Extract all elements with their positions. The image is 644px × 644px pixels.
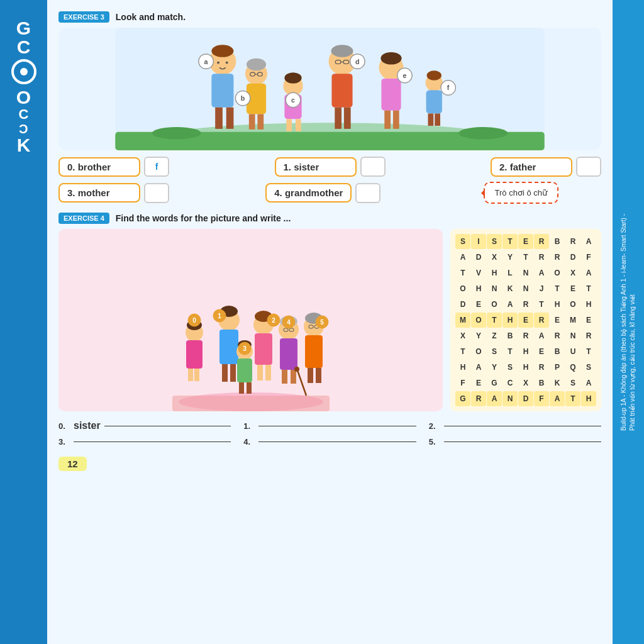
exercise4-instruction: Find the words for the picture and write… (116, 213, 291, 223)
svg-point-28 (284, 72, 301, 84)
page-number-container: 12 (58, 454, 601, 471)
ws-cell: R (534, 360, 549, 375)
ws-cell: A (550, 391, 565, 406)
ws-cell: S (502, 360, 518, 375)
svg-text:d: d (355, 58, 360, 65)
answer-line-1[interactable] (258, 426, 416, 426)
ws-cell: R (534, 313, 549, 328)
ws-cell: B (550, 344, 565, 359)
ws-cell: S (581, 360, 596, 375)
match-answer-brother[interactable]: f (144, 157, 169, 177)
ws-cell: N (565, 328, 580, 343)
svg-rect-98 (305, 335, 323, 368)
svg-rect-16 (249, 114, 255, 129)
speech-bubble-container: Trò chơi ô chữ (484, 182, 558, 204)
svg-rect-50 (428, 114, 434, 126)
exercise3-instruction: Look and match. (116, 12, 186, 22)
exercise3-header: EXERCISE 3 Look and match. (58, 11, 601, 23)
answer-item-1: 1. (243, 420, 416, 432)
logo-g: G (16, 19, 31, 38)
ws-cell: R (518, 328, 533, 343)
ws-cell: O (455, 281, 470, 296)
ws-cell: S (487, 344, 502, 359)
answer-line-2[interactable] (444, 426, 601, 426)
ws-cell: R (518, 297, 533, 312)
ws-cell: O (550, 265, 565, 280)
wordsearch-grid-container: SISTERBRAADXYTRRDFTVHLNAOXAOHNKNJTETDEOA… (450, 229, 601, 411)
match-word-father: 2. father (491, 157, 572, 177)
svg-rect-61 (194, 369, 199, 381)
ws-cell: H (581, 297, 596, 312)
ws-cell: E (471, 297, 486, 312)
logo-k: K (17, 136, 31, 155)
match-answer-sister[interactable] (360, 157, 386, 177)
svg-text:f: f (447, 84, 450, 91)
svg-text:b: b (241, 94, 245, 102)
ws-cell: T (534, 297, 549, 312)
ws-cell: M (565, 313, 580, 328)
ws-cell: V (471, 265, 486, 280)
page-number: 12 (58, 457, 87, 471)
answer-line-5[interactable] (444, 441, 601, 442)
ws-cell: R (534, 234, 549, 249)
right-sidebar: Build-up 1A - Không đáp án (theo bộ sách… (613, 0, 644, 644)
answers-section: 0. sister 1. 2. 3. 4. 5. (58, 420, 601, 452)
ws-cell: D (471, 250, 486, 265)
ws-cell: X (487, 250, 502, 265)
svg-point-52 (427, 70, 441, 80)
exercise4-badge: EXERCISE 4 (58, 213, 109, 224)
ws-cell: H (487, 265, 502, 280)
svg-rect-60 (188, 369, 193, 381)
svg-rect-7 (215, 108, 223, 129)
ws-cell: Z (487, 328, 502, 343)
match-row-1: 0. brother f 1. sister 2. father (58, 157, 601, 177)
svg-rect-57 (172, 396, 330, 411)
svg-text:0: 0 (192, 317, 196, 324)
main-content: EXERCISE 3 Look and match. (47, 0, 613, 644)
match-answer-grandmother[interactable] (355, 183, 380, 203)
ws-cell: N (518, 265, 533, 280)
svg-rect-49 (426, 90, 442, 113)
svg-text:c: c (291, 96, 295, 104)
answer-line-3[interactable] (74, 441, 231, 442)
match-answer-father[interactable] (576, 157, 601, 177)
svg-rect-89 (291, 370, 296, 384)
ws-cell: H (455, 360, 470, 375)
ws-cell: D (518, 391, 533, 406)
ws-cell: E (518, 234, 533, 249)
svg-point-45 (380, 52, 401, 65)
ws-cell: R (471, 391, 486, 406)
logo-c: C (17, 38, 31, 57)
ws-cell: B (534, 375, 549, 391)
exercise3-badge: EXERCISE 3 (58, 11, 109, 23)
ws-cell: F (455, 375, 470, 391)
svg-text:1: 1 (218, 313, 221, 319)
ws-cell: C (502, 375, 518, 391)
ws-cell: P (550, 360, 565, 375)
svg-rect-82 (247, 382, 252, 394)
ws-cell: X (565, 265, 580, 280)
answer-line-4[interactable] (258, 441, 416, 442)
answer-row-2: 3. 4. 5. (58, 437, 601, 447)
ws-cell: M (455, 313, 470, 328)
ws-cell: S (487, 234, 502, 249)
answer-item-2: 2. (429, 420, 601, 432)
answer-item-0: 0. sister (58, 420, 231, 432)
ws-cell: O (471, 313, 486, 328)
ws-cell: E (471, 375, 486, 391)
match-answer-mother[interactable] (144, 183, 169, 203)
ws-cell: F (534, 391, 549, 406)
answer-line-0[interactable] (104, 426, 231, 426)
ws-cell: K (550, 375, 565, 391)
left-sidebar: G C O C C K (0, 0, 47, 644)
ws-cell: E (534, 344, 549, 359)
logo-o: O (16, 88, 31, 107)
logo-c3: C (19, 122, 28, 136)
ws-cell: R (550, 250, 565, 265)
ws-cell: E (565, 281, 580, 296)
svg-rect-80 (237, 358, 252, 382)
wordsearch-grid: SISTERBRAADXYTRRDFTVHLNAOXAOHNKNJTETDEOA… (455, 234, 596, 406)
ws-cell: T (581, 281, 596, 296)
svg-rect-17 (257, 114, 264, 129)
ws-cell: A (502, 297, 518, 312)
